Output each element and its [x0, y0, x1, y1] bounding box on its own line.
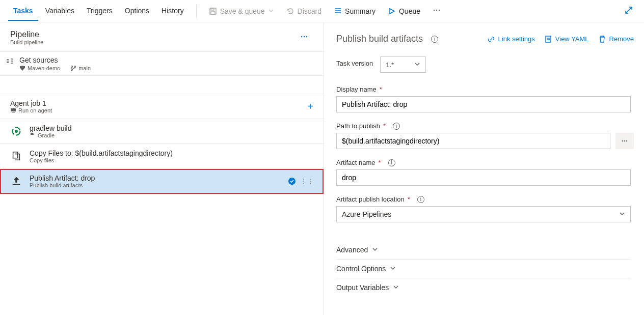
link-settings-label: Link settings: [498, 35, 535, 43]
required-star: *: [379, 159, 381, 166]
ellipsis-icon: [433, 6, 441, 14]
task-subtitle: Publish build artifacts: [30, 182, 95, 188]
save-queue-label: Save & queue: [220, 7, 265, 15]
repo-icon: [19, 65, 25, 71]
tab-tasks[interactable]: Tasks: [8, 2, 38, 21]
flag-icon: [30, 132, 36, 138]
remove-button[interactable]: Remove: [598, 35, 634, 43]
add-task-button[interactable]: +: [307, 101, 313, 112]
toolbar-more-button[interactable]: [427, 3, 446, 19]
save-queue-button: Save & queue: [204, 4, 279, 18]
task-subtitle: Copy files: [30, 157, 173, 163]
branch-icon: [70, 65, 76, 71]
info-icon[interactable]: i: [393, 123, 400, 130]
expand-button[interactable]: [622, 3, 636, 19]
tab-variables[interactable]: Variables: [40, 2, 79, 21]
repo-name: Maven-demo: [28, 65, 60, 71]
main-split: Pipeline Build pipeline Get sources Mave…: [0, 22, 644, 315]
agent-job-subtitle: Run on agent: [18, 107, 52, 113]
right-pane: Publish build artifacts i Link settings …: [324, 22, 644, 315]
task-version-row: Task version 1.*: [336, 56, 634, 73]
queue-button[interactable]: Queue: [383, 4, 425, 18]
get-sources-label: Get sources: [19, 56, 91, 64]
section-output-variables[interactable]: Output Variables: [336, 278, 631, 297]
path-browse-button[interactable]: [615, 133, 634, 149]
task-settings-title: Publish build artifacts: [336, 34, 423, 44]
tab-triggers[interactable]: Triggers: [82, 2, 118, 21]
agent-job-title: Agent job 1: [10, 99, 52, 107]
location-label: Artifact publish location: [336, 195, 405, 203]
svg-point-4: [436, 10, 437, 11]
queue-label: Queue: [399, 7, 420, 15]
expand-icon: [625, 6, 633, 14]
discard-label: Discard: [298, 7, 321, 15]
task-subtitle: Gradle: [38, 132, 55, 138]
pipeline-subtitle: Build pipeline: [10, 39, 43, 45]
task-row-publish[interactable]: Publish Artifact: drop Publish build art…: [0, 169, 324, 194]
required-star: *: [408, 195, 410, 203]
display-name-label: Display name: [336, 85, 377, 93]
drag-handle-icon[interactable]: ⋮⋮: [300, 177, 313, 185]
svg-rect-13: [12, 112, 15, 112]
svg-rect-12: [11, 108, 16, 111]
task-title: gradlew build: [30, 124, 72, 132]
pipeline-more-button[interactable]: [295, 30, 313, 45]
display-name-input[interactable]: [336, 96, 631, 112]
info-icon[interactable]: i: [431, 36, 438, 43]
location-select[interactable]: Azure Pipelines: [336, 206, 631, 222]
gradle-icon: [10, 125, 22, 137]
info-icon[interactable]: i: [388, 159, 395, 166]
task-row-gradle[interactable]: gradlew build Gradle: [0, 119, 324, 144]
svg-point-15: [15, 130, 18, 133]
required-star: *: [383, 122, 386, 130]
discard-button: Discard: [281, 4, 327, 18]
path-input[interactable]: [336, 133, 610, 149]
section-label: Advanced: [336, 246, 368, 254]
svg-point-20: [622, 140, 623, 141]
svg-rect-19: [546, 36, 551, 42]
location-value: Azure Pipelines: [342, 210, 391, 218]
svg-point-21: [624, 140, 625, 141]
task-version-value: 1.*: [386, 61, 394, 69]
section-advanced[interactable]: Advanced: [336, 241, 631, 260]
task-version-select[interactable]: 1.*: [380, 56, 426, 73]
chevron-down-icon: [393, 283, 399, 292]
sources-icon: [6, 57, 14, 65]
svg-point-9: [71, 66, 73, 68]
view-yaml-button[interactable]: View YAML: [544, 35, 589, 43]
link-settings-button[interactable]: Link settings: [487, 35, 535, 43]
path-label: Path to publish: [336, 122, 380, 130]
right-header: Publish build artifacts i Link settings …: [336, 34, 634, 44]
undo-icon: [286, 7, 294, 15]
chevron-down-icon: [372, 246, 378, 254]
tab-options[interactable]: Options: [120, 2, 154, 21]
link-icon: [487, 35, 495, 43]
svg-rect-16: [13, 152, 18, 158]
summary-label: Summary: [345, 7, 375, 15]
svg-point-6: [301, 36, 302, 37]
svg-point-7: [304, 36, 305, 37]
svg-point-3: [434, 10, 435, 11]
summary-button[interactable]: Summary: [329, 4, 381, 18]
task-row-copy[interactable]: Copy Files to: $(build.artifactstagingdi…: [0, 144, 324, 169]
ellipsis-icon: [621, 137, 629, 145]
artifact-name-input[interactable]: [336, 169, 631, 186]
task-title: Publish Artifact: drop: [30, 174, 95, 182]
get-sources-row[interactable]: Get sources Maven-demo main: [0, 52, 324, 76]
section-control-options[interactable]: Control Options: [336, 260, 631, 278]
task-title: Copy Files to: $(build.artifactstagingdi…: [30, 149, 173, 157]
upload-icon: [10, 175, 22, 187]
check-circle-icon: [288, 177, 296, 185]
summary-icon: [334, 7, 342, 15]
yaml-icon: [544, 35, 552, 43]
play-icon: [388, 7, 396, 15]
tab-history[interactable]: History: [156, 2, 189, 21]
gap-row: [0, 76, 324, 94]
info-icon[interactable]: i: [417, 196, 424, 203]
required-star: *: [380, 85, 382, 93]
agent-job-row[interactable]: Agent job 1 Run on agent +: [0, 94, 324, 119]
svg-point-5: [439, 10, 440, 11]
section-label: Output Variables: [336, 283, 389, 292]
pipeline-header[interactable]: Pipeline Build pipeline: [0, 22, 324, 52]
pipeline-title: Pipeline: [10, 30, 43, 39]
